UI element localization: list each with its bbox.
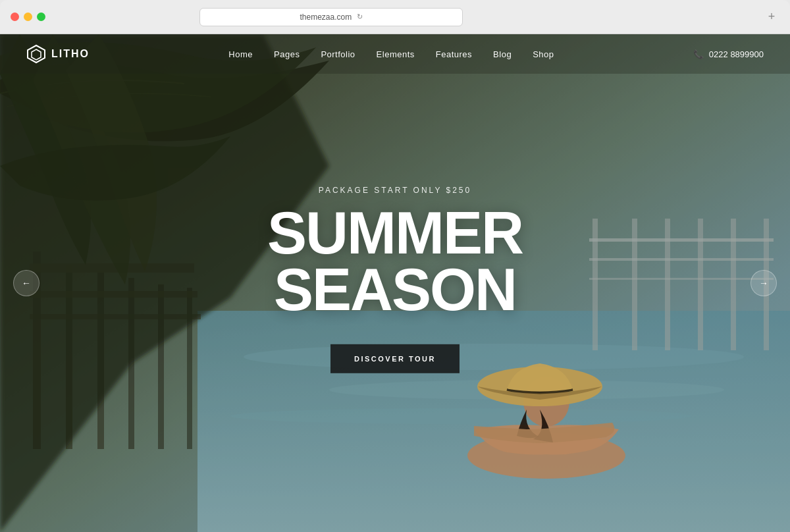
- nav-item-portfolio[interactable]: Portfolio: [321, 48, 355, 60]
- new-tab-button[interactable]: +: [764, 9, 779, 25]
- phone-icon: 📞: [693, 49, 704, 59]
- svg-rect-7: [665, 219, 670, 350]
- nav-phone: 📞 0222 8899900: [693, 49, 764, 59]
- arrow-right-icon: →: [759, 278, 768, 288]
- svg-rect-12: [589, 258, 774, 261]
- svg-rect-5: [592, 219, 598, 350]
- maximize-button[interactable]: [37, 13, 45, 21]
- nav-item-shop[interactable]: Shop: [533, 48, 554, 60]
- nav-link-elements[interactable]: Elements: [377, 49, 415, 59]
- nav-link-pages[interactable]: Pages: [274, 49, 300, 59]
- hero-title-line2: SEASON: [274, 256, 516, 322]
- logo-text: LITHO: [51, 48, 90, 60]
- svg-rect-22: [30, 314, 201, 319]
- svg-rect-6: [632, 219, 637, 350]
- traffic-lights: [11, 13, 45, 21]
- minimize-button[interactable]: [24, 13, 32, 21]
- svg-rect-8: [698, 219, 703, 350]
- arrow-left-icon: ←: [22, 278, 31, 288]
- svg-marker-29: [32, 49, 41, 60]
- nav-link-features[interactable]: Features: [436, 49, 472, 59]
- url-text: themezaa.com: [300, 13, 352, 22]
- nav-item-blog[interactable]: Blog: [493, 48, 512, 60]
- svg-point-3: [329, 380, 724, 400]
- logo[interactable]: LITHO: [26, 44, 90, 64]
- svg-rect-18: [158, 284, 164, 449]
- svg-point-26: [523, 377, 569, 427]
- hero-content: PACKAGE START ONLY $250 SUMMER SEASON DI…: [230, 186, 560, 373]
- svg-rect-9: [731, 219, 736, 350]
- website-content: LITHO Home Pages Portfolio Elements Feat…: [0, 34, 790, 532]
- discover-tour-button[interactable]: DISCOVER TOUR: [330, 344, 460, 373]
- reload-icon[interactable]: ↻: [357, 13, 363, 21]
- svg-rect-16: [97, 271, 104, 449]
- svg-rect-11: [589, 238, 774, 242]
- svg-point-4: [230, 408, 691, 424]
- nav-item-pages[interactable]: Pages: [274, 48, 300, 60]
- svg-rect-15: [66, 265, 72, 449]
- nav-link-blog[interactable]: Blog: [493, 49, 512, 59]
- hero-subtitle: PACKAGE START ONLY $250: [230, 186, 560, 195]
- browser-chrome: themezaa.com ↻ +: [0, 0, 790, 34]
- slider-prev-button[interactable]: ←: [13, 270, 40, 296]
- address-bar[interactable]: themezaa.com ↻: [199, 8, 463, 26]
- svg-rect-19: [187, 288, 192, 449]
- svg-rect-21: [30, 291, 198, 298]
- svg-rect-20: [30, 263, 194, 273]
- nav-link-shop[interactable]: Shop: [533, 49, 554, 59]
- svg-point-25: [467, 433, 625, 479]
- slider-next-button[interactable]: →: [750, 270, 777, 296]
- svg-rect-13: [589, 278, 774, 280]
- nav-item-home[interactable]: Home: [228, 48, 253, 60]
- close-button[interactable]: [11, 13, 19, 21]
- logo-icon: [26, 44, 46, 64]
- nav-item-features[interactable]: Features: [436, 48, 472, 60]
- navbar: LITHO Home Pages Portfolio Elements Feat…: [0, 34, 790, 74]
- nav-links: Home Pages Portfolio Elements Features B…: [228, 48, 554, 60]
- nav-link-home[interactable]: Home: [228, 49, 253, 59]
- phone-number: 0222 8899900: [709, 49, 764, 59]
- svg-rect-17: [128, 278, 134, 449]
- nav-link-portfolio[interactable]: Portfolio: [321, 49, 355, 59]
- nav-item-elements[interactable]: Elements: [377, 48, 415, 60]
- hero-title: SUMMER SEASON: [230, 205, 560, 318]
